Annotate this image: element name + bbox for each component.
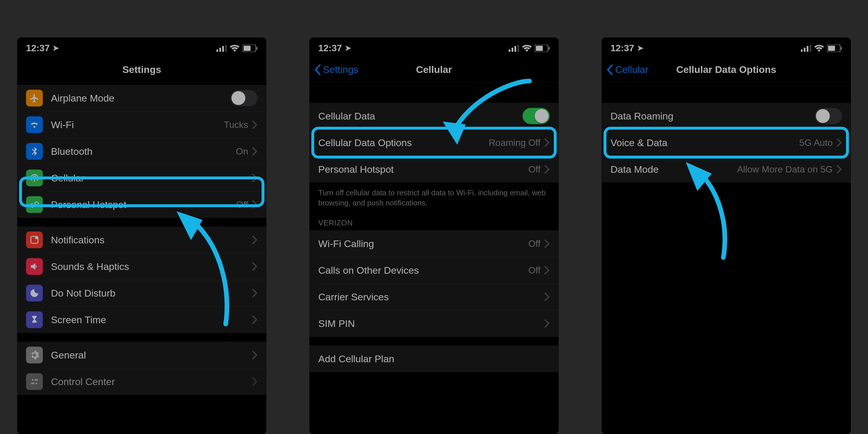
row-wifi[interactable]: Wi-Fi Tucks xyxy=(18,112,266,138)
svg-rect-28 xyxy=(841,47,842,50)
cellular-data-toggle[interactable] xyxy=(523,108,550,124)
row-calls-other-devices[interactable]: Calls on Other Devices Off xyxy=(310,257,558,283)
row-carrier-services[interactable]: Carrier Services xyxy=(310,283,558,310)
wifi-icon xyxy=(230,45,240,52)
screen-cellular: 12:37 ➤ Settings Cellular Cellular Data … xyxy=(310,38,558,434)
row-cellular-data[interactable]: Cellular Data xyxy=(310,103,558,129)
back-button[interactable]: Cellular xyxy=(607,57,648,82)
row-label: Cellular Data Options xyxy=(318,137,489,148)
back-label: Settings xyxy=(323,64,359,75)
row-label: Airplane Mode xyxy=(51,93,230,104)
chevron-right-icon xyxy=(545,319,550,328)
row-airplane-mode[interactable]: Airplane Mode xyxy=(18,85,266,112)
back-button[interactable]: Settings xyxy=(314,57,359,82)
row-personal-hotspot[interactable]: Personal Hotspot Off xyxy=(310,156,558,183)
row-label: Voice & Data xyxy=(611,137,799,148)
row-general[interactable]: General xyxy=(18,342,266,368)
row-value: Off xyxy=(528,239,540,249)
row-sounds[interactable]: Sounds & Haptics xyxy=(18,253,266,280)
svg-rect-14 xyxy=(509,50,510,52)
row-voice-and-data[interactable]: Voice & Data 5G Auto xyxy=(602,129,850,156)
row-data-roaming[interactable]: Data Roaming xyxy=(602,103,850,129)
svg-rect-5 xyxy=(244,46,251,51)
row-label: Data Mode xyxy=(611,164,737,175)
chevron-right-icon xyxy=(252,351,257,359)
page-title: Cellular xyxy=(416,64,452,75)
row-label: Control Center xyxy=(51,376,252,388)
row-value: Off xyxy=(236,199,248,210)
svg-rect-0 xyxy=(216,50,218,52)
nav-bar: Settings xyxy=(18,57,266,83)
wifi-icon xyxy=(814,45,824,52)
svg-rect-16 xyxy=(515,46,516,52)
group-footer: Turn off cellular data to restrict all d… xyxy=(310,183,558,210)
status-time: 12:37 xyxy=(611,43,634,54)
row-value: Roaming Off xyxy=(489,137,540,148)
row-value: Allow More Data on 5G xyxy=(737,164,833,175)
svg-rect-22 xyxy=(801,50,803,52)
row-label: Screen Time xyxy=(51,314,252,326)
bluetooth-icon xyxy=(26,143,43,160)
svg-rect-23 xyxy=(804,48,806,52)
row-label: Notifications xyxy=(51,235,252,246)
svg-rect-2 xyxy=(222,46,224,52)
screen-cellular-data-options: 12:37 ➤ Cellular Cellular Data Options D… xyxy=(602,38,850,434)
row-label: Data Roaming xyxy=(611,111,815,122)
row-wifi-calling[interactable]: Wi-Fi Calling Off xyxy=(310,230,558,257)
battery-icon xyxy=(243,44,257,52)
row-value: On xyxy=(236,146,248,157)
row-label: Personal Hotspot xyxy=(51,199,236,210)
svg-rect-12 xyxy=(31,382,34,384)
status-icons xyxy=(801,44,842,52)
location-services-icon: ➤ xyxy=(637,44,644,53)
row-screentime[interactable]: Screen Time xyxy=(18,306,266,333)
row-label: General xyxy=(51,349,252,361)
status-bar: 12:37 ➤ xyxy=(310,38,558,57)
row-cellular-data-options[interactable]: Cellular Data Options Roaming Off xyxy=(310,129,558,156)
row-bluetooth[interactable]: Bluetooth On xyxy=(18,138,266,165)
row-dnd[interactable]: Do Not Disturb xyxy=(18,280,266,306)
chevron-right-icon xyxy=(252,236,257,244)
location-services-icon: ➤ xyxy=(53,44,59,53)
status-bar: 12:37 ➤ xyxy=(18,38,266,57)
chevron-right-icon xyxy=(837,138,842,147)
location-services-icon: ➤ xyxy=(345,44,351,53)
svg-rect-20 xyxy=(549,47,550,50)
status-time: 12:37 xyxy=(26,43,50,54)
row-personal-hotspot[interactable]: Personal Hotspot Off xyxy=(18,191,266,218)
row-label: Personal Hotspot xyxy=(318,164,528,175)
row-data-mode[interactable]: Data Mode Allow More Data on 5G xyxy=(602,156,850,183)
row-value: 5G Auto xyxy=(799,137,833,148)
row-add-cellular-plan[interactable]: Add Cellular Plan xyxy=(310,345,558,372)
svg-rect-3 xyxy=(225,45,227,52)
row-control-center[interactable]: Control Center xyxy=(18,368,266,395)
row-label: Wi-Fi xyxy=(51,119,224,130)
battery-icon xyxy=(827,44,842,52)
svg-rect-17 xyxy=(517,45,519,52)
row-label: Add Cellular Plan xyxy=(318,353,550,365)
chevron-right-icon xyxy=(252,377,257,386)
row-sim-pin[interactable]: SIM PIN xyxy=(310,310,558,337)
data-roaming-toggle[interactable] xyxy=(815,108,842,124)
row-notifications[interactable]: Notifications xyxy=(18,226,266,253)
row-label: Calls on Other Devices xyxy=(318,265,528,276)
sounds-icon xyxy=(26,258,43,275)
airplane-toggle[interactable] xyxy=(230,90,257,106)
svg-rect-10 xyxy=(34,379,38,381)
status-icons xyxy=(216,44,257,52)
svg-point-8 xyxy=(35,236,38,239)
row-cellular[interactable]: Cellular xyxy=(18,165,266,191)
chevron-right-icon xyxy=(252,147,257,156)
row-label: Do Not Disturb xyxy=(51,288,252,299)
control-center-icon xyxy=(26,373,43,390)
chevron-left-icon xyxy=(607,64,613,75)
page-title: Settings xyxy=(122,64,161,75)
chevron-right-icon xyxy=(545,292,550,301)
moon-icon xyxy=(26,285,43,302)
chevron-right-icon xyxy=(252,200,257,209)
screen-settings: 12:37 ➤ Settings Airplane Mode Wi-Fi Tuc… xyxy=(18,38,266,434)
row-label: Cellular xyxy=(51,173,252,184)
nav-bar: Settings Cellular xyxy=(310,57,558,83)
svg-rect-6 xyxy=(256,47,257,50)
battery-icon xyxy=(535,44,550,52)
